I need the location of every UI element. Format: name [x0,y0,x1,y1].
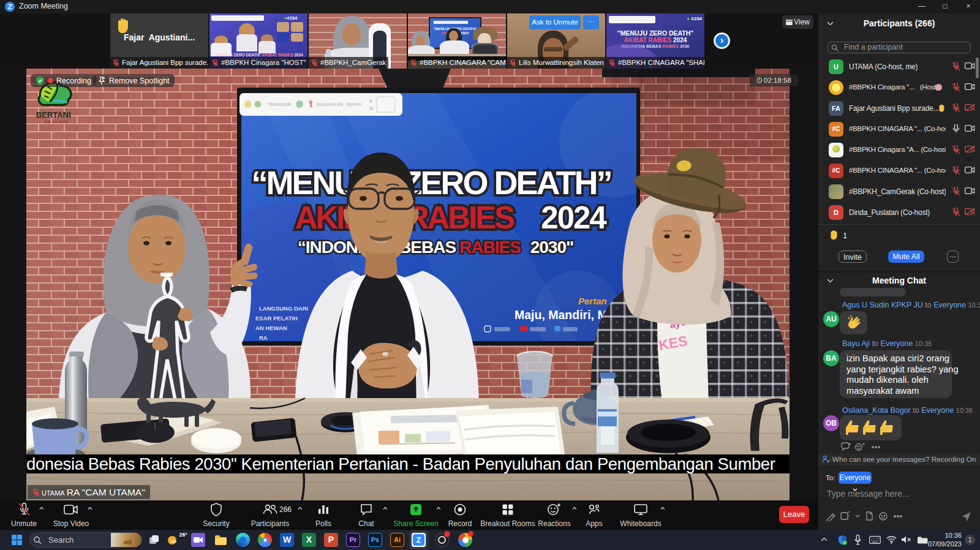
svg-text:RABIES: RABIES [459,238,521,257]
svg-text:ESAR PELATIH: ESAR PELATIH [255,315,298,322]
svg-text:P: P [369,99,372,104]
svg-text:BesSAHLAN: BesSAHLAN [317,102,343,107]
svg-text:D: D [369,106,373,111]
svg-text:TANGKUR: TANGKUR [268,102,292,107]
svg-text:BBPKH: BBPKH [346,102,361,107]
svg-text:RA: RA [259,334,268,341]
svg-text:LANGSUNG DARI: LANGSUNG DARI [259,305,308,312]
svg-text:Maju, Mandiri, Mo: Maju, Mandiri, Mo [514,308,615,322]
svg-text:BERTANI: BERTANI [36,110,71,119]
svg-text:2030": 2030" [530,238,574,257]
svg-text:“MENUJU ZERO DEATH”: “MENUJU ZERO DEATH” [251,164,611,201]
svg-text:Pertan: Pertan [578,296,607,306]
svg-text:AN HEWAN: AN HEWAN [255,325,287,331]
svg-text:ON CLOUD: ON CLOUD [44,120,68,124]
svg-text:2024: 2024 [541,200,607,235]
